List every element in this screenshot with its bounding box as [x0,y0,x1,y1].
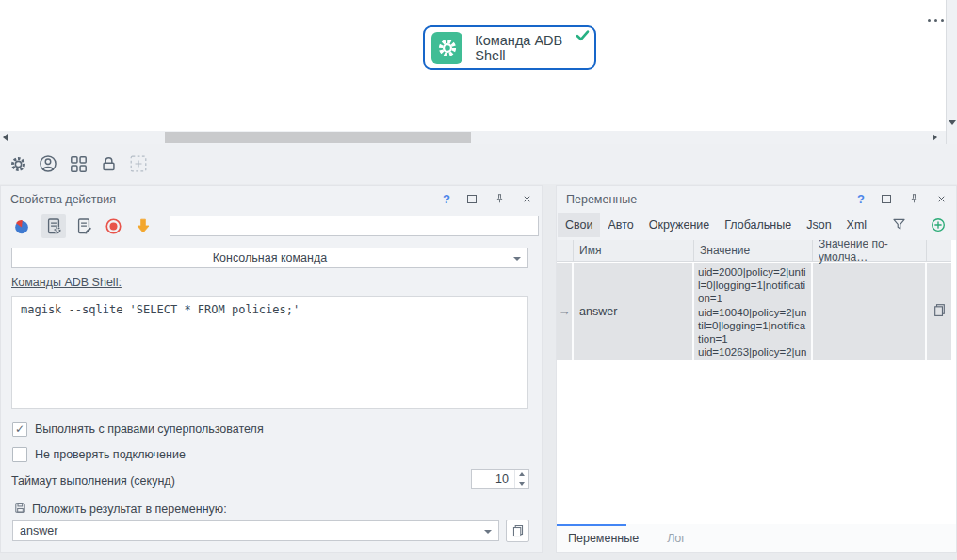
properties-panel: Свойства действия ? [0,185,543,553]
variable-value-cell[interactable]: uid=2000|policy=2|until=0|logging=1|noti… [694,263,813,360]
chevron-down-icon [513,257,521,261]
checkbox-label: Выполнять с правами суперпользователя [35,423,264,436]
add-variable-icon[interactable] [930,216,947,233]
column-header-name[interactable]: Имя [574,240,694,261]
run-as-su-checkbox[interactable]: ✓ Выполнять с правами суперпользователя [12,422,264,437]
timeout-label: Таймаут выполнения (секунд) [11,474,175,488]
edit-doc-icon[interactable] [74,216,93,236]
workspace-toolbar [0,144,957,184]
checkbox-checked-icon[interactable]: ✓ [12,422,27,437]
tab-xml[interactable]: Xml [839,213,875,237]
save-floppy-icon [13,501,27,518]
tab-environment[interactable]: Окружение [641,213,718,237]
scroll-left-arrow-icon[interactable] [3,134,8,141]
result-variable-value: answer [20,524,57,537]
row-marker-cell: → [557,263,574,360]
bottom-tabs: Переменные Лог [557,524,956,552]
settings-gear-icon[interactable] [8,153,28,174]
result-variable-select[interactable]: answer [12,520,499,541]
filter-icon[interactable] [891,216,907,232]
user-profile-icon[interactable] [38,153,58,174]
bottom-tab-variables[interactable]: Переменные [568,532,639,545]
pin-icon[interactable] [494,193,506,205]
variable-name-cell[interactable]: answer [574,263,694,360]
close-icon[interactable] [936,194,947,204]
result-label: Положить результат в переменную: [32,503,227,516]
success-check-icon [576,29,590,44]
vertical-scrollbar[interactable] [946,0,957,144]
variable-default-cell[interactable] [813,263,927,360]
table-header-row: Имя Значение Значение по-умолча… [557,240,951,262]
panel-title: Переменные [566,193,857,206]
column-header-value[interactable]: Значение [694,240,813,261]
table-row[interactable]: → answer uid=2000|policy=2|until=0|loggi… [557,263,951,360]
horizontal-scrollbar[interactable] [0,131,946,144]
flowchart-canvas[interactable]: Команда ADB Shell [0,0,946,131]
tab-json[interactable]: Json [799,213,838,237]
record-icon[interactable] [104,216,123,236]
category-pie-icon[interactable] [12,216,31,236]
panel-title: Свойства действия [10,193,443,206]
row-copy-cell [927,263,951,360]
current-row-arrow-icon: → [557,263,572,360]
timeout-spinner[interactable]: 10 [471,469,529,489]
column-header-actions [927,240,951,261]
skip-check-checkbox[interactable]: Не проверять подключение [12,447,186,462]
command-type-value: Консольная команда [213,251,327,264]
download-arrow-icon[interactable] [134,216,153,235]
variables-tabs: Свои Авто Окружение Глобальные Json Xml [557,212,956,237]
app-window: Команда ADB Shell [0,0,957,560]
maximize-icon[interactable] [466,194,478,204]
lock-icon[interactable] [98,153,119,174]
scroll-right-arrow-icon[interactable] [933,134,937,141]
spinner-down-icon[interactable] [515,479,528,488]
copy-variable-button[interactable] [506,520,529,542]
spinner-up-icon[interactable] [515,470,528,479]
tab-auto[interactable]: Авто [600,213,641,237]
result-variable-row: Положить результат в переменную: [13,501,227,518]
tab-global[interactable]: Глобальные [717,213,799,237]
horizontal-scrollbar-thumb[interactable] [165,132,471,143]
command-type-select[interactable]: Консольная команда [11,248,528,268]
help-icon[interactable]: ? [443,192,450,206]
adb-commands-link[interactable]: Команды ADB Shell: [11,276,122,289]
properties-toolbar [1,212,542,240]
add-placeholder-icon[interactable] [128,153,149,174]
variables-panel: Переменные ? Свои Авто Окружение [556,185,957,553]
modules-grid-icon[interactable] [68,153,89,174]
command-textarea[interactable]: magisk --sqlite 'SELECT * FROM policies;… [11,296,528,409]
properties-panel-header: Свойства действия ? [1,186,542,212]
adb-shell-node[interactable]: Команда ADB Shell [423,25,596,70]
checkbox-label: Не проверять подключение [35,448,186,461]
copy-icon[interactable] [932,302,948,321]
checkbox-unchecked-icon[interactable] [12,447,27,462]
more-options-icon[interactable] [928,19,944,22]
maximize-icon[interactable] [881,194,892,204]
header-gutter [557,240,574,261]
column-header-default[interactable]: Значение по-умолча… [813,240,927,261]
timeout-value[interactable]: 10 [472,470,514,488]
variables-panel-header: Переменные ? [557,186,956,212]
chevron-down-icon [484,530,492,534]
help-icon[interactable]: ? [857,192,865,206]
pin-icon[interactable] [908,193,920,205]
action-settings-doc-icon[interactable] [41,214,66,238]
tab-own[interactable]: Свои [558,213,600,237]
close-icon[interactable] [522,194,532,204]
search-input[interactable] [170,216,539,236]
gear-icon [431,32,462,64]
variables-table: Имя Значение Значение по-умолча… → answe… [557,240,956,528]
bottom-tab-log[interactable]: Лог [667,532,686,545]
active-tab-indicator [557,524,626,526]
scroll-down-arrow-icon[interactable] [949,120,956,125]
